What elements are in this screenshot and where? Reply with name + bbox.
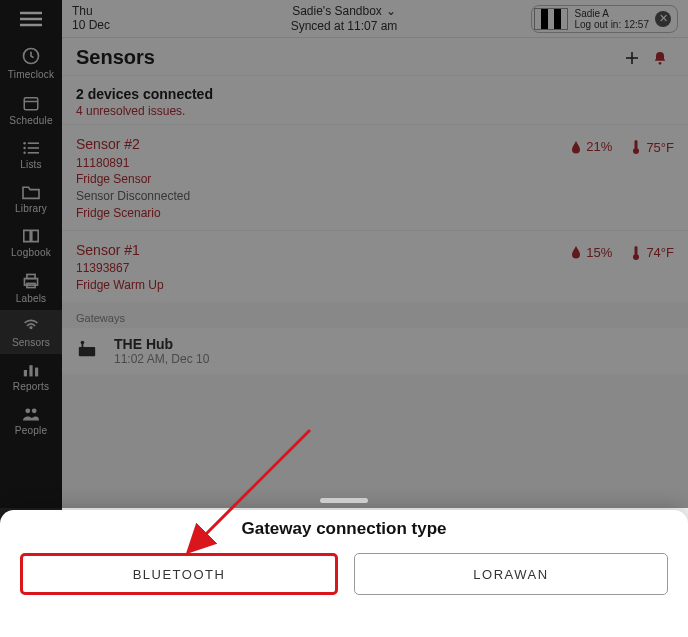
svg-point-10 [23,152,25,154]
sensor-name: Sensor #2 [76,135,570,155]
status-block: 2 devices connected 4 unresolved issues. [62,76,688,124]
humidity-metric: 21% [570,139,612,154]
humidity-metric: 15% [570,245,612,260]
printer-icon [21,272,41,290]
people-icon [21,406,41,422]
sidebar-item-label: Schedule [9,115,52,126]
droplet-icon [570,140,582,154]
location-selector[interactable]: Sadie's Sandbox⌄ Synced at 11:07 am [291,4,398,33]
close-icon[interactable]: ✕ [655,11,671,27]
temp-metric: 75°F [630,139,674,155]
synced-label: Synced at 11:07 am [291,19,398,33]
sidebar-item-library[interactable]: Library [0,176,62,220]
sensor-type: Fridge Sensor [76,171,570,188]
temp-metric: 74°F [630,245,674,261]
gateway-row[interactable]: THE Hub 11:02 AM, Dec 10 [62,328,688,374]
user-pill[interactable]: Sadie A Log out in: 12:57 ✕ [531,5,678,33]
option-lorawan[interactable]: LORAWAN [354,553,668,595]
svg-point-15 [29,326,32,329]
svg-point-19 [25,408,30,413]
sidebar-item-label: Timeclock [8,69,54,80]
gateway-time: 11:02 AM, Dec 10 [114,352,209,366]
add-button[interactable] [618,49,646,67]
temp-value: 74°F [646,245,674,260]
sidebar-item-lists[interactable]: Lists [0,132,62,176]
svg-point-21 [659,62,662,65]
svg-rect-9 [28,147,39,149]
notifications-button[interactable] [646,49,674,67]
svg-rect-24 [635,246,638,255]
sensor-type: Fridge Warm Up [76,277,570,294]
sidebar-item-logbook[interactable]: Logbook [0,220,62,264]
sidebar-item-label: Reports [13,381,49,392]
issues-link[interactable]: 4 unresolved issues. [76,104,674,118]
svg-rect-26 [79,347,95,356]
svg-point-23 [633,148,639,154]
humidity-value: 21% [586,139,612,154]
sensor-row[interactable]: Sensor #2 11180891 Fridge Sensor Sensor … [62,124,688,230]
sidebar-item-timeclock[interactable]: Timeclock [0,38,62,86]
sidebar-item-schedule[interactable]: Schedule [0,86,62,132]
user-name: Sadie A [574,8,649,19]
page-title: Sensors [76,46,618,69]
sidebar-item-label: People [15,425,47,436]
svg-rect-22 [635,140,638,149]
svg-rect-18 [35,368,38,377]
sidebar-item-sensors[interactable]: Sensors [0,310,62,354]
sidebar-item-label: Library [15,203,47,214]
date-block: Thu 10 Dec [72,5,110,31]
sensor-row[interactable]: Sensor #1 11393867 Fridge Warm Up 15% 74… [62,230,688,302]
logout-countdown: Log out in: 12:57 [574,19,649,30]
gateway-name: THE Hub [114,336,209,352]
clock-icon [21,46,41,66]
gateway-icon [76,336,100,362]
svg-rect-4 [24,98,38,110]
menu-button[interactable] [0,0,62,38]
temp-value: 75°F [646,140,674,155]
date-label: 10 Dec [72,19,110,32]
sheet-grabber[interactable] [320,498,368,503]
gateways-section-label: Gateways [62,302,688,328]
sidebar-item-label: Labels [16,293,47,304]
thermometer-icon [630,245,642,261]
sheet-title: Gateway connection type [20,519,668,539]
svg-point-8 [23,147,25,149]
bell-icon [652,49,668,67]
page-header: Sensors [62,38,688,76]
sensors-icon [21,318,41,334]
sensor-scenario: Fridge Scenario [76,205,570,222]
chevron-down-icon: ⌄ [386,4,396,18]
sidebar-item-people[interactable]: People [0,398,62,442]
svg-point-20 [32,408,37,413]
svg-rect-13 [27,274,35,278]
droplet-icon [570,245,582,259]
option-bluetooth[interactable]: BLUETOOTH [20,553,338,595]
devices-connected: 2 devices connected [76,86,674,102]
folder-icon [21,184,41,200]
bottom-sheet: Gateway connection type BLUETOOTH LORAWA… [0,510,688,637]
sensor-id: 11180891 [76,155,570,172]
svg-point-6 [23,142,25,144]
day-label: Thu [72,5,110,18]
calendar-icon [21,94,41,112]
list-icon [21,140,41,156]
svg-rect-11 [28,152,39,154]
thermometer-icon [630,139,642,155]
sidebar-item-reports[interactable]: Reports [0,354,62,398]
plus-icon [623,49,641,67]
book-icon [21,228,41,244]
humidity-value: 15% [586,245,612,260]
sidebar-item-label: Lists [20,159,42,170]
sensor-disconnected: Sensor Disconnected [76,188,570,205]
sensor-id: 11393867 [76,260,570,277]
sidebar-item-label: Logbook [11,247,51,258]
svg-rect-17 [29,365,32,376]
chart-icon [21,362,41,378]
sidebar-item-label: Sensors [12,337,50,348]
sensor-name: Sensor #1 [76,241,570,261]
location-name: Sadie's Sandbox [292,4,382,18]
sidebar-item-labels[interactable]: Labels [0,264,62,310]
svg-rect-7 [28,142,39,144]
user-thumbnail [534,8,568,30]
topbar: Thu 10 Dec Sadie's Sandbox⌄ Synced at 11… [62,0,688,38]
